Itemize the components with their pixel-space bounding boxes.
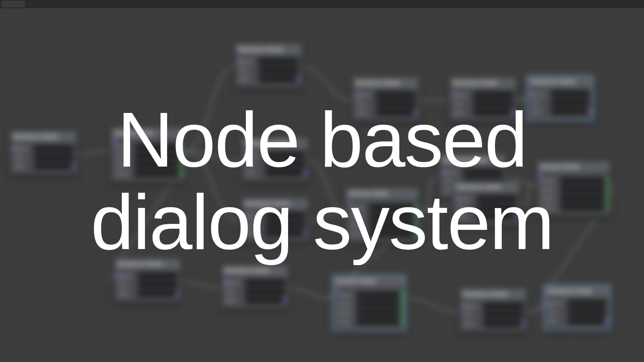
row-field[interactable] xyxy=(551,108,589,115)
sentence-node[interactable]: Sentence NodeNameTextNext xyxy=(241,198,309,242)
row-field[interactable] xyxy=(376,109,416,116)
row-field[interactable] xyxy=(369,213,416,220)
sentence-node[interactable]: Sentence NodeNameTextNext xyxy=(235,44,302,88)
port-flow[interactable] xyxy=(296,76,301,81)
row-field[interactable] xyxy=(477,204,516,211)
row-field[interactable] xyxy=(376,100,416,107)
row-field[interactable] xyxy=(473,109,513,116)
port-flow[interactable] xyxy=(514,214,519,219)
answer-node[interactable]: Answer Nodechoicechoicechoicechoice xyxy=(111,127,184,182)
row-field[interactable] xyxy=(477,213,516,220)
row-field[interactable] xyxy=(265,152,305,159)
connection-edge[interactable] xyxy=(406,298,460,312)
row-field[interactable] xyxy=(483,303,523,309)
port-data[interactable] xyxy=(605,187,609,192)
port-data[interactable] xyxy=(399,302,404,306)
sentence-node[interactable]: Sentence NodeNameTextNext xyxy=(352,77,419,121)
port-data[interactable] xyxy=(179,154,183,158)
row-field[interactable] xyxy=(135,170,181,177)
connection-edge[interactable] xyxy=(309,211,345,221)
port-data[interactable] xyxy=(414,214,418,219)
port-flow[interactable] xyxy=(175,291,180,296)
port-data[interactable] xyxy=(605,196,609,200)
row-field[interactable] xyxy=(551,90,589,97)
row-field[interactable] xyxy=(265,169,305,176)
port-flow[interactable] xyxy=(511,110,516,115)
row-field[interactable] xyxy=(245,297,285,303)
port-data[interactable] xyxy=(399,310,404,315)
row-field[interactable] xyxy=(138,273,177,279)
connection-edge[interactable] xyxy=(184,151,241,161)
sentence-node[interactable]: Sentence NodeNameTextNext xyxy=(460,288,527,333)
port-data[interactable] xyxy=(179,162,183,167)
row-field[interactable] xyxy=(473,92,513,98)
row-field[interactable] xyxy=(265,212,305,219)
sentence-node[interactable]: Sentence NodeNameTextNext xyxy=(449,77,517,121)
answer-node[interactable]: Answer Nodechoicechoicechoicechoice xyxy=(537,161,610,216)
sentence-node[interactable]: Sentence NodeNameTextNext xyxy=(241,137,309,182)
connection-edge[interactable] xyxy=(184,67,235,151)
connection-edge[interactable] xyxy=(517,99,527,101)
row-field[interactable] xyxy=(369,204,416,211)
row-field[interactable] xyxy=(560,195,607,201)
row-field[interactable] xyxy=(560,177,607,184)
row-field[interactable] xyxy=(245,288,285,295)
port-flow[interactable] xyxy=(303,170,308,175)
row-field[interactable] xyxy=(357,309,401,316)
row-field[interactable] xyxy=(138,281,177,288)
row-field[interactable] xyxy=(265,230,305,236)
row-field[interactable] xyxy=(473,100,513,107)
sentence-node[interactable]: Sentence NodeNameTextNext xyxy=(453,181,520,225)
row-field[interactable] xyxy=(560,203,607,210)
row-field[interactable] xyxy=(483,311,523,318)
row-field[interactable] xyxy=(551,99,589,106)
row-field[interactable] xyxy=(376,92,416,98)
row-field[interactable] xyxy=(265,161,305,167)
row-field[interactable] xyxy=(135,161,181,168)
row-field[interactable] xyxy=(483,320,523,327)
row-field[interactable] xyxy=(357,292,401,299)
row-field[interactable] xyxy=(568,300,606,307)
connection-edge[interactable] xyxy=(527,308,543,312)
port-data[interactable] xyxy=(179,145,183,149)
row-field[interactable] xyxy=(138,290,177,297)
row-field[interactable] xyxy=(560,186,607,193)
port-flow[interactable] xyxy=(521,321,526,326)
row-field[interactable] xyxy=(34,145,73,152)
row-field[interactable] xyxy=(369,230,416,237)
connection-edge[interactable] xyxy=(184,151,241,221)
connection-edge[interactable] xyxy=(419,204,453,211)
connection-edge[interactable] xyxy=(520,184,537,204)
port-flow[interactable] xyxy=(283,298,287,302)
port-data[interactable] xyxy=(399,319,404,324)
port-data[interactable] xyxy=(414,231,418,236)
connection-edge[interactable] xyxy=(302,67,352,101)
port-flow[interactable] xyxy=(414,110,418,115)
row-field[interactable] xyxy=(259,75,298,82)
row-field[interactable] xyxy=(34,163,73,169)
port-flow[interactable] xyxy=(587,109,592,114)
row-field[interactable] xyxy=(135,144,181,150)
row-field[interactable] xyxy=(34,154,73,161)
row-field[interactable] xyxy=(259,58,298,65)
sentence-node[interactable]: Sentence NodeNameTextNext xyxy=(527,75,594,121)
port-data[interactable] xyxy=(179,171,183,176)
row-field[interactable] xyxy=(463,169,503,175)
row-field[interactable] xyxy=(357,301,401,307)
row-field[interactable] xyxy=(245,279,285,286)
port-data[interactable] xyxy=(399,293,404,298)
port-data[interactable] xyxy=(605,178,609,183)
row-field[interactable] xyxy=(265,221,305,228)
row-field[interactable] xyxy=(568,309,606,315)
node-editor-canvas[interactable]: Sentence NodeNameTextNextAnswer Nodechoi… xyxy=(0,0,644,362)
answer-node[interactable]: Answer Nodechoicechoicechoicechoice xyxy=(345,188,419,243)
answer-node[interactable]: Answer Nodechoicechoicechoicechoice xyxy=(332,275,406,331)
sentence-node[interactable]: Sentence NodeNameTextNext xyxy=(114,258,181,302)
sentence-node[interactable]: Sentence NodeNameTextNext xyxy=(10,131,77,175)
sentence-node[interactable]: Sentence NodeNameTextNext xyxy=(543,285,610,330)
port-flow[interactable] xyxy=(604,318,609,323)
port-flow[interactable] xyxy=(71,164,76,168)
connection-edge[interactable] xyxy=(181,282,221,288)
row-field[interactable] xyxy=(369,222,416,228)
sentence-node[interactable]: Sentence NodeNameTextNext xyxy=(221,265,288,309)
